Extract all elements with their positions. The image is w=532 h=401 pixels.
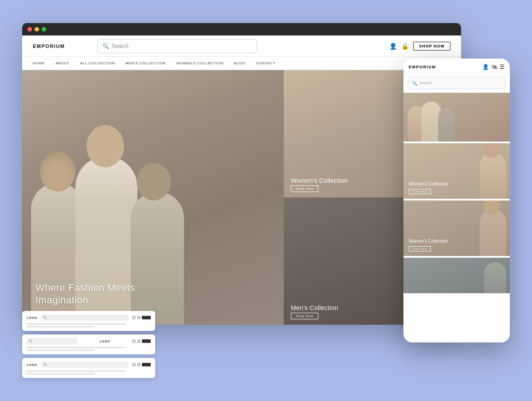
sh3-search-icon: 🔍 xyxy=(43,363,47,366)
site-logo: EMPORIUM xyxy=(33,43,90,49)
site-header: EMPORIUM 🔍 Search 👤 🔒 SHOP NOW xyxy=(22,35,461,57)
small-header-3: LOGO 🔍 xyxy=(22,358,155,378)
mobile-card-3-label: Women's Collection xyxy=(409,239,448,244)
sh3-icon-dot1 xyxy=(132,363,136,366)
sh2-icon-dot2 xyxy=(137,339,141,343)
small-headers: LOGO 🔍 🔍 LOGO xyxy=(22,311,155,378)
hero-main: Where Fashion Meets Imagination xyxy=(22,70,284,325)
sh3-search[interactable]: 🔍 xyxy=(41,362,129,368)
dot-yellow[interactable] xyxy=(35,27,39,31)
sh3-row1: LOGO 🔍 xyxy=(27,362,151,368)
mobile-logo: EMPORIUM xyxy=(409,65,436,69)
womens-shop-button[interactable]: Shop Now xyxy=(291,185,318,192)
search-bar[interactable]: 🔍 Search xyxy=(98,39,257,53)
womens-card-label: Women's Collection xyxy=(291,177,348,184)
sh3-cta-btn[interactable] xyxy=(142,363,151,366)
sh1-logo: LOGO xyxy=(27,316,38,319)
sh1-search-icon: 🔍 xyxy=(43,316,47,319)
sh2-search-icon: 🔍 xyxy=(28,339,32,343)
mens-card-label: Men's Collection xyxy=(291,304,338,311)
site-nav: HOME ABOUT ALL COLLECTION MEN'S COLLECTI… xyxy=(22,57,461,70)
mobile-card-2-label: Women's Collection xyxy=(409,181,448,186)
lock-icon[interactable]: 🔒 xyxy=(401,43,409,50)
sh2-line2 xyxy=(27,350,95,351)
nav-contact[interactable]: CONTACT xyxy=(256,61,276,65)
nav-home[interactable]: HOME xyxy=(33,61,45,65)
header-right: 👤 🔒 SHOP NOW xyxy=(389,42,450,51)
sh2-lines xyxy=(27,347,151,351)
head-2 xyxy=(86,125,124,167)
search-icon: 🔍 xyxy=(102,43,109,49)
mc3-figure xyxy=(480,209,506,256)
browser-window: EMPORIUM 🔍 Search 👤 🔒 SHOP NOW HOME ABOU… xyxy=(22,23,461,325)
scene: EMPORIUM 🔍 Search 👤 🔒 SHOP NOW HOME ABOU… xyxy=(22,23,510,378)
sh1-line2 xyxy=(27,326,95,327)
hero-headline: Where Fashion Meets Imagination xyxy=(35,282,160,307)
sh2-line1 xyxy=(27,347,126,348)
search-input-text: Search xyxy=(112,43,129,49)
head-1 xyxy=(40,152,75,192)
mobile-search-text: Search xyxy=(419,81,432,85)
sh1-line1 xyxy=(27,323,126,325)
sh1-icons xyxy=(132,316,151,319)
mobile-icons: 👤 🛍 ☰ xyxy=(482,64,505,70)
small-header-2: 🔍 LOGO xyxy=(22,334,155,354)
sh1-icon-dot1 xyxy=(132,316,136,319)
sh3-line1 xyxy=(27,370,126,372)
mc1-figure3 xyxy=(438,108,455,142)
mens-shop-button[interactable]: Shop Now xyxy=(291,313,318,319)
sh3-icon-dot2 xyxy=(137,363,141,366)
mobile-mockup: EMPORIUM 👤 🛍 ☰ 🔍 Search xyxy=(403,59,510,342)
sh3-logo: LOGO xyxy=(27,363,38,366)
mobile-user-icon[interactable]: 👤 xyxy=(482,64,489,70)
mobile-header: EMPORIUM 👤 🛍 ☰ xyxy=(403,59,510,73)
nav-blog[interactable]: BLOG xyxy=(234,61,245,65)
mobile-card-3-shop[interactable]: Shop Now xyxy=(409,246,431,252)
nav-womens-collection[interactable]: WOMEN'S COLLECTION xyxy=(176,61,223,65)
sh2-cta-btn[interactable] xyxy=(142,339,151,343)
shop-now-button[interactable]: SHOP NOW xyxy=(413,42,450,51)
nav-mens-collection[interactable]: MEN'S COLLECTION xyxy=(125,61,166,65)
small-header-1: LOGO 🔍 xyxy=(22,311,155,331)
sh1-icon-dot2 xyxy=(137,316,141,319)
nav-all-collection[interactable]: ALL COLLECTION xyxy=(80,61,115,65)
mobile-card-4 xyxy=(403,258,510,293)
mobile-menu-icon[interactable]: ☰ xyxy=(500,64,505,70)
sh2-logo: LOGO xyxy=(81,340,129,343)
sh3-line2 xyxy=(27,373,95,374)
mc2-figure xyxy=(480,152,506,199)
mobile-card-2: Women's Collection Shop Now xyxy=(403,143,510,199)
sh3-lines xyxy=(27,370,151,374)
mobile-card-1 xyxy=(403,93,510,142)
mobile-card-3: Women's Collection Shop Now xyxy=(403,200,510,256)
sh1-row1: LOGO 🔍 xyxy=(27,315,151,321)
mobile-content: Women's Collection Shop Now Women's Coll… xyxy=(403,93,510,295)
mobile-bag-icon[interactable]: 🛍 xyxy=(492,64,497,70)
nav-about[interactable]: ABOUT xyxy=(55,61,70,65)
hero-area: Where Fashion Meets Imagination Women's … xyxy=(22,70,461,325)
user-icon[interactable]: 👤 xyxy=(389,43,397,50)
browser-titlebar xyxy=(22,23,461,35)
mobile-search-icon: 🔍 xyxy=(412,81,417,86)
sh1-search[interactable]: 🔍 xyxy=(41,315,129,321)
sh1-cta-btn[interactable] xyxy=(142,316,151,319)
head-3 xyxy=(137,163,171,200)
dot-red[interactable] xyxy=(27,27,32,31)
sh1-lines xyxy=(27,323,151,327)
mobile-card-2-shop[interactable]: Shop Now xyxy=(409,189,431,194)
sh2-row1: 🔍 LOGO xyxy=(27,338,151,344)
dot-green[interactable] xyxy=(42,27,46,31)
sh3-icons xyxy=(132,363,151,366)
sh2-icon-dot1 xyxy=(132,339,136,343)
sh2-icons xyxy=(132,339,151,343)
sh2-search[interactable]: 🔍 xyxy=(27,338,78,344)
mobile-search[interactable]: 🔍 Search xyxy=(408,77,505,89)
mc4-figure xyxy=(484,262,506,293)
